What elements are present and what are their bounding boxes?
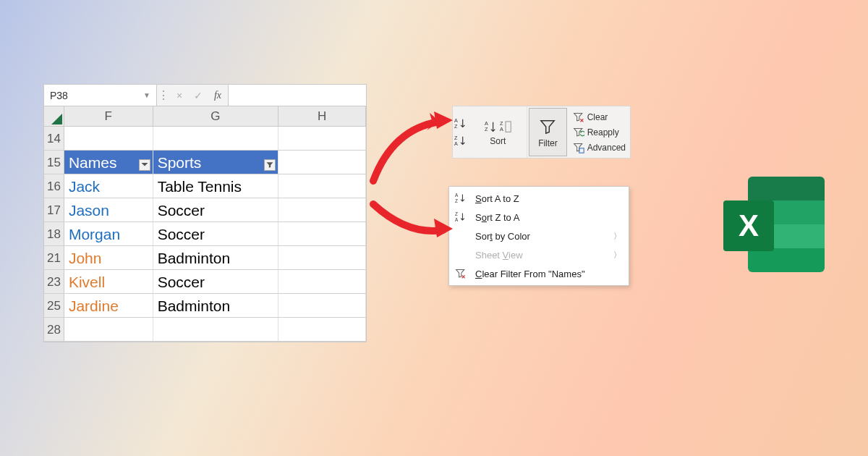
excel-x-badge: X (723, 200, 774, 251)
filter-label: Filter (538, 138, 558, 148)
cell[interactable] (278, 246, 366, 269)
ribbon-filter-actions: Clear Reapply Advanced (569, 106, 630, 158)
header-label: Names (69, 154, 117, 171)
cell[interactable]: Badminton (153, 246, 279, 269)
cell[interactable]: Table Tennis (153, 174, 279, 198)
clear-filter-icon (454, 268, 468, 279)
advanced-filter-button[interactable]: Advanced (573, 141, 626, 154)
cell[interactable]: Badminton (153, 294, 279, 317)
table-row: 16 Jack Table Tennis (44, 174, 366, 198)
callout-arrow-icon (367, 195, 461, 246)
cancel-icon[interactable]: × (170, 90, 189, 101)
advanced-label: Advanced (587, 143, 626, 153)
row-header[interactable]: 28 (44, 318, 64, 341)
advanced-icon (573, 142, 584, 153)
chevron-down-icon: ▼ (143, 91, 150, 99)
row-header[interactable]: 25 (44, 294, 64, 317)
reapply-filter-button[interactable]: Reapply (573, 126, 626, 139)
table-row: 28 (44, 318, 366, 342)
chevron-right-icon: 〉 (613, 250, 621, 261)
funnel-icon (540, 118, 556, 137)
cell[interactable] (278, 151, 366, 174)
svg-text:A: A (500, 126, 503, 132)
table-row: 23 Kivell Soccer (44, 270, 366, 294)
clear-filter-button[interactable]: Clear (573, 111, 626, 124)
formula-editor[interactable] (228, 85, 366, 106)
menu-sort-by-color[interactable]: Sort by Color 〉 (449, 227, 629, 245)
column-header-g[interactable]: G (153, 106, 279, 126)
cell[interactable] (278, 318, 366, 341)
column-headers: F G H (44, 106, 366, 127)
formula-bar-options-icon[interactable]: ⋮ (157, 85, 170, 106)
name-box[interactable]: P38 ▼ (44, 85, 157, 106)
menu-label: Sort Z to A (475, 212, 621, 223)
cell[interactable]: Kivell (64, 270, 153, 293)
cell[interactable]: Jardine (64, 294, 153, 317)
svg-rect-11 (579, 148, 583, 152)
row-header[interactable]: 23 (44, 270, 64, 293)
menu-label: Sort by Color (475, 231, 621, 242)
menu-sort-za[interactable]: ZA Sort Z to A (449, 208, 629, 227)
menu-clear-filter[interactable]: Clear Filter From "Names" (449, 264, 629, 283)
table-header-row: 15 Names Sports (44, 151, 366, 174)
cell[interactable] (278, 222, 366, 245)
table-row: 21 John Badminton (44, 246, 366, 270)
cell[interactable] (278, 198, 366, 221)
row-header[interactable]: 18 (44, 222, 64, 245)
insert-function-icon[interactable]: fx (208, 90, 228, 101)
reapply-label: Reapply (587, 127, 619, 138)
filter-context-menu: AZ Sort A to Z ZA Sort Z to A Sort by Co… (448, 186, 629, 286)
formula-bar: P38 ▼ ⋮ × ✓ fx (44, 85, 366, 106)
cell[interactable]: Soccer (153, 198, 279, 221)
menu-label: Clear Filter From "Names" (475, 269, 621, 279)
row-header[interactable]: 16 (44, 174, 64, 198)
cell[interactable]: Jack (64, 174, 153, 198)
svg-marker-17 (434, 111, 453, 129)
table-row: 17 Jason Soccer (44, 198, 366, 222)
select-all-triangle[interactable] (44, 106, 64, 126)
cell[interactable]: Jason (64, 198, 153, 221)
table-row: 25 Jardine Badminton (44, 294, 366, 318)
menu-sort-az[interactable]: AZ Sort A to Z (449, 189, 629, 208)
filter-active-button[interactable] (264, 159, 276, 171)
excel-spreadsheet-window: P38 ▼ ⋮ × ✓ fx F G H 14 15 Names Sports (43, 84, 367, 342)
svg-text:Z: Z (485, 126, 488, 132)
cell[interactable] (278, 174, 366, 198)
name-box-value: P38 (50, 90, 68, 101)
row-header[interactable]: 17 (44, 198, 64, 221)
filter-dropdown-icon (140, 161, 149, 169)
menu-label: Sheet View (475, 250, 621, 261)
excel-logo: X (723, 177, 825, 272)
row-header[interactable]: 15 (44, 151, 64, 174)
cell[interactable] (64, 318, 153, 341)
row-header[interactable]: 21 (44, 246, 64, 269)
cell[interactable] (278, 127, 366, 150)
svg-marker-0 (141, 163, 148, 166)
column-header-h[interactable]: H (278, 106, 366, 126)
row-header[interactable]: 14 (44, 127, 64, 150)
cell[interactable]: John (64, 246, 153, 269)
cell[interactable] (153, 127, 279, 150)
cell[interactable]: Morgan (64, 222, 153, 245)
filter-button[interactable]: Filter (529, 108, 566, 156)
cell[interactable] (153, 318, 279, 341)
ribbon-sort-filter-group: AZ ZA AZ ZA Sort Filter Clear Reapply Ad… (452, 106, 631, 159)
cell[interactable] (64, 127, 153, 150)
cell[interactable] (278, 270, 366, 293)
column-header-f[interactable]: F (64, 106, 153, 126)
sort-dialog-icon: AZ ZA (484, 120, 512, 135)
filter-dropdown-button[interactable] (139, 159, 150, 171)
header-cell-names[interactable]: Names (64, 151, 153, 174)
filter-active-icon (265, 161, 274, 169)
confirm-icon[interactable]: ✓ (189, 90, 208, 101)
cell[interactable]: Soccer (153, 270, 279, 293)
sort-button[interactable]: AZ ZA Sort (469, 106, 527, 158)
sort-label: Sort (490, 136, 506, 146)
reapply-icon (573, 127, 584, 138)
callout-arrow-icon (367, 107, 461, 193)
header-label: Sports (158, 154, 202, 171)
cell[interactable] (278, 294, 366, 317)
chevron-right-icon: 〉 (613, 231, 621, 242)
header-cell-sports[interactable]: Sports (153, 151, 279, 174)
cell[interactable]: Soccer (153, 222, 279, 245)
